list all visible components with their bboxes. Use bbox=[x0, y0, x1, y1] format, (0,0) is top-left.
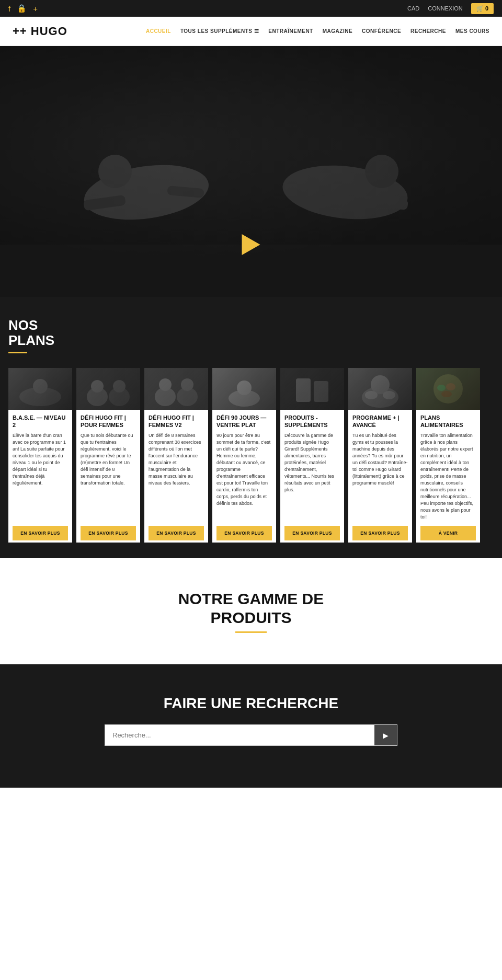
card-desc-plans-alimentaires: Travaille ton alimentation grâce à nos p… bbox=[420, 432, 476, 521]
svg-rect-25 bbox=[280, 368, 344, 410]
search-title: FAIRE UNE RECHERCHE bbox=[13, 696, 489, 712]
gamme-title: NOTRE GAMME DE PRODUITS bbox=[13, 590, 489, 627]
card-image-base bbox=[8, 368, 72, 410]
card-btn-hugo-fit-femmes[interactable]: EN SAVOIR PLUS bbox=[81, 526, 136, 540]
svg-point-35 bbox=[437, 385, 446, 391]
card-desc-hugo-fit-femmes-v2: Un défi de 8 semaines comprenant 38 exer… bbox=[149, 432, 204, 521]
card-title-hugo-fit-femmes-v2: DÉFI HUGO FIT | FEMMES V2 bbox=[149, 414, 204, 429]
logo[interactable]: ++ HUGO bbox=[13, 25, 67, 38]
hero-image-svg bbox=[0, 46, 502, 297]
plan-card-hugo-fit-femmes-v2: DÉFI HUGO FIT | FEMMES V2 Un défi de 8 s… bbox=[144, 368, 208, 543]
currency-selector[interactable]: CAD bbox=[407, 5, 419, 11]
svg-rect-12 bbox=[76, 368, 140, 410]
plans-title: NOS PLANS bbox=[8, 318, 494, 348]
svg-rect-22 bbox=[212, 368, 276, 410]
plan-card-programme-avance: PROGRAMME + | AVANCÉ Tu es un habitué de… bbox=[348, 368, 412, 543]
card-body-plans-alimentaires: PLANS ALIMENTAIRES Travaille ton aliment… bbox=[416, 410, 480, 543]
plans-title-underline bbox=[8, 352, 27, 353]
card-btn-base[interactable]: EN SAVOIR PLUS bbox=[13, 526, 68, 540]
card-btn-programme-avance[interactable]: EN SAVOIR PLUS bbox=[352, 526, 408, 540]
card-body-hugo-fit-femmes: DÉFI HUGO FIT | POUR FEMMES Que tu sois … bbox=[76, 410, 140, 543]
svg-point-30 bbox=[371, 375, 390, 394]
svg-point-19 bbox=[159, 378, 172, 391]
card-title-programme-avance: PROGRAMME + | AVANCÉ bbox=[352, 414, 408, 429]
svg-rect-28 bbox=[348, 368, 412, 410]
plan-card-hugo-fit-femmes: DÉFI HUGO FIT | POUR FEMMES Que tu sois … bbox=[76, 368, 140, 543]
svg-point-15 bbox=[109, 387, 130, 406]
card-body-hugo-fit-femmes-v2: DÉFI HUGO FIT | FEMMES V2 Un défi de 8 s… bbox=[144, 410, 208, 543]
svg-rect-17 bbox=[144, 368, 208, 410]
card-desc-hugo-fit-femmes: Que tu sois débutante ou que tu t'entrai… bbox=[81, 432, 136, 521]
lock-icon[interactable]: 🔒 bbox=[17, 4, 27, 13]
search-input[interactable] bbox=[105, 725, 374, 745]
svg-point-5 bbox=[365, 155, 398, 188]
card-btn-hugo-fit-femmes-v2[interactable]: EN SAVOIR PLUS bbox=[149, 526, 204, 540]
card-desc-90-jours: 90 jours pour être au sommet de ta forme… bbox=[216, 432, 272, 521]
plus-icon[interactable]: + bbox=[33, 4, 38, 13]
svg-point-1 bbox=[98, 155, 132, 188]
nav-supplements[interactable]: TOUS LES SUPPLÉMENTS ☰ bbox=[180, 28, 259, 34]
card-desc-supplements: Découvre la gamme de produits signée Hug… bbox=[284, 432, 340, 521]
nav-conference[interactable]: CONFÉRENCE bbox=[362, 28, 401, 34]
facebook-icon[interactable]: f bbox=[8, 4, 10, 13]
plan-card-90-jours: DÉFI 90 JOURS — VENTRE PLAT 90 jours pou… bbox=[212, 368, 276, 543]
svg-point-14 bbox=[91, 380, 104, 393]
nav-entrainement[interactable]: ENTRAÎNEMENT bbox=[268, 28, 313, 34]
svg-point-34 bbox=[433, 374, 463, 403]
card-image-plans-alimentaires bbox=[416, 368, 480, 410]
card-title-90-jours: DÉFI 90 JOURS — VENTRE PLAT bbox=[216, 414, 272, 429]
card-btn-supplements[interactable]: EN SAVOIR PLUS bbox=[284, 526, 340, 540]
card-desc-programme-avance: Tu es un habitué des gyms et tu pousses … bbox=[352, 432, 408, 521]
search-bar: ▶ bbox=[105, 724, 397, 746]
svg-point-32 bbox=[383, 391, 395, 399]
card-body-programme-avance: PROGRAMME + | AVANCÉ Tu es un habitué de… bbox=[348, 410, 412, 543]
svg-point-11 bbox=[33, 379, 48, 394]
card-image-90-jours bbox=[212, 368, 276, 410]
svg-point-24 bbox=[237, 381, 252, 395]
card-title-supplements: PRODUITS - SUPPLÉMENTS bbox=[284, 414, 340, 429]
social-icons: f 🔒 + bbox=[8, 4, 38, 13]
svg-point-31 bbox=[365, 391, 378, 399]
svg-rect-33 bbox=[416, 368, 480, 410]
card-title-hugo-fit-femmes: DÉFI HUGO FIT | POUR FEMMES bbox=[81, 414, 136, 429]
search-section: FAIRE UNE RECHERCHE ▶ bbox=[0, 664, 502, 788]
plan-card-supplements: PRODUITS - SUPPLÉMENTS Découvre la gamme… bbox=[280, 368, 344, 543]
svg-point-37 bbox=[441, 391, 452, 397]
cart-button[interactable]: 🛒 0 bbox=[471, 3, 494, 14]
gamme-section: NOTRE GAMME DE PRODUITS bbox=[0, 558, 502, 664]
plan-card-plans-alimentaires: PLANS ALIMENTAIRES Travaille ton aliment… bbox=[416, 368, 480, 543]
plans-cards-container: B.A.S.E. — NIVEAU 2 Élève la barre d'un … bbox=[8, 368, 494, 548]
svg-point-20 bbox=[177, 387, 198, 406]
hero-section bbox=[0, 46, 502, 297]
card-image-supplements bbox=[280, 368, 344, 410]
card-btn-plans-alimentaires[interactable]: À VENIR bbox=[420, 526, 476, 540]
nav-magazine[interactable]: MAGAZINE bbox=[323, 28, 352, 34]
svg-point-10 bbox=[19, 387, 61, 406]
nav-accueil[interactable]: ACCUEIL bbox=[146, 28, 171, 34]
plan-card-base: B.A.S.E. — NIVEAU 2 Élève la barre d'un … bbox=[8, 368, 72, 543]
nav-mes-cours[interactable]: MES COURS bbox=[455, 28, 489, 34]
svg-rect-27 bbox=[314, 381, 328, 402]
svg-point-23 bbox=[229, 390, 260, 407]
card-image-hugo-fit-femmes-v2 bbox=[144, 368, 208, 410]
card-body-supplements: PRODUITS - SUPPLÉMENTS Découvre la gamme… bbox=[280, 410, 344, 543]
plans-section: NOS PLANS B.A.S.E. — NIVEAU 2 Élève la b… bbox=[0, 297, 502, 558]
card-body-base: B.A.S.E. — NIVEAU 2 Élève la barre d'un … bbox=[8, 410, 72, 543]
card-image-programme-avance bbox=[348, 368, 412, 410]
card-title-plans-alimentaires: PLANS ALIMENTAIRES bbox=[420, 414, 476, 429]
play-button[interactable] bbox=[242, 234, 260, 255]
card-btn-90-jours[interactable]: EN SAVOIR PLUS bbox=[216, 526, 272, 540]
svg-point-16 bbox=[113, 380, 126, 393]
top-bar: f 🔒 + CAD CONNEXION 🛒 0 bbox=[0, 0, 502, 17]
svg-point-36 bbox=[446, 383, 455, 390]
card-body-90-jours: DÉFI 90 JOURS — VENTRE PLAT 90 jours pou… bbox=[212, 410, 276, 543]
connexion-link[interactable]: CONNEXION bbox=[428, 5, 463, 11]
main-nav: ++ HUGO ACCUEIL TOUS LES SUPPLÉMENTS ☰ E… bbox=[0, 17, 502, 46]
card-title-base: B.A.S.E. — NIVEAU 2 bbox=[13, 414, 68, 429]
search-submit-button[interactable]: ▶ bbox=[374, 725, 397, 745]
svg-point-21 bbox=[181, 378, 193, 391]
search-arrow-icon: ▶ bbox=[383, 731, 389, 740]
top-bar-right: CAD CONNEXION 🛒 0 bbox=[407, 3, 494, 14]
svg-rect-9 bbox=[8, 368, 72, 410]
nav-recherche[interactable]: RECHERCHE bbox=[410, 28, 446, 34]
